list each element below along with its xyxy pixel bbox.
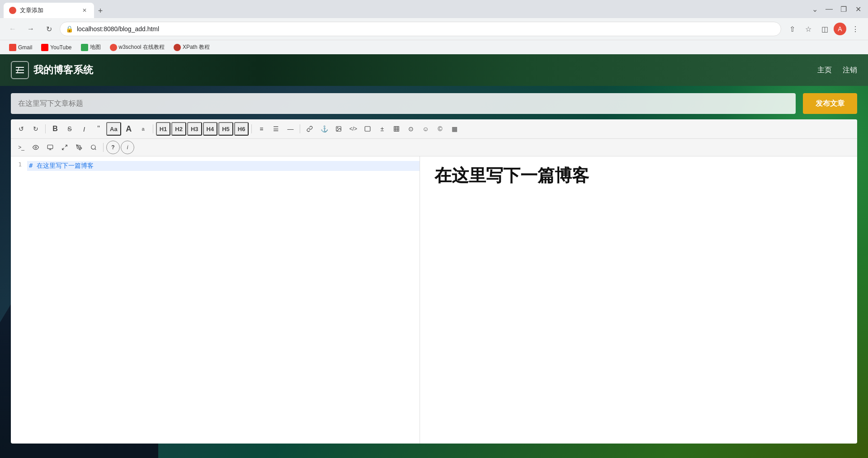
table-button[interactable] [390, 122, 403, 136]
line-number-1: 1 [11, 161, 27, 168]
app-nav: 主页 注销 [817, 66, 857, 75]
xpath-icon [174, 44, 181, 51]
terminal-button[interactable]: >_ [14, 141, 28, 154]
svg-rect-7 [394, 127, 399, 132]
font-size-small-button[interactable]: a [137, 122, 150, 136]
info-button[interactable]: i [121, 141, 134, 154]
app-logo: 我的博客系统 [11, 61, 93, 79]
help-button[interactable]: ? [106, 141, 120, 154]
address-bar[interactable]: 🔒 localhost:8080/blog_add.html [60, 22, 781, 36]
back-button[interactable]: ← [5, 22, 20, 36]
svg-rect-13 [47, 145, 53, 149]
hr-button[interactable]: — [283, 122, 297, 136]
markdown-preview: 在这里写下一篇博客 [420, 156, 858, 444]
window-controls: ⌄ — ❐ ✕ [808, 3, 864, 15]
image-button[interactable] [332, 122, 345, 136]
h6-button[interactable]: H6 [234, 122, 249, 136]
emoji-button[interactable]: ☺ [419, 122, 432, 136]
preview-toggle-button[interactable] [29, 141, 42, 154]
share-button[interactable]: ⇧ [785, 22, 799, 36]
toc-button[interactable]: ⊙ [404, 122, 418, 136]
tab-area: 文章添加 ✕ + [4, 0, 803, 18]
main-area: 发布文章 ↺ ↻ B S I " Aa A a H1 H [0, 86, 868, 458]
nav-bar: ← → ↻ 🔒 localhost:8080/blog_add.html ⇧ ☆… [0, 18, 868, 40]
fullscreen-button[interactable] [58, 141, 71, 154]
svg-line-16 [65, 145, 67, 147]
bookmark-gmail-label: Gmail [18, 44, 32, 51]
profile-button[interactable]: A [834, 23, 846, 35]
code-diff-button[interactable]: ± [375, 122, 389, 136]
link-button[interactable] [303, 122, 316, 136]
search-editor-button[interactable] [87, 141, 100, 154]
tab-close-button[interactable]: ✕ [80, 6, 89, 14]
preview-heading-1: 在这里写下一篇博客 [434, 165, 843, 186]
reload-button[interactable]: ↻ [42, 22, 56, 36]
blockquote-button[interactable]: " [92, 122, 105, 136]
markdown-editor[interactable]: 1 # 在这里写下一篇博客 [11, 156, 420, 444]
new-tab-button[interactable]: + [94, 5, 107, 17]
toolbar-separator-row2 [103, 143, 104, 152]
window-close-button[interactable]: ✕ [852, 3, 864, 15]
bookmark-xpath-label: XPath 教程 [183, 43, 210, 51]
toolbar-separator-4 [300, 124, 300, 133]
bookmark-youtube[interactable]: YouTube [38, 42, 75, 53]
ul-button[interactable]: ≡ [255, 122, 268, 136]
forward-button[interactable]: → [24, 22, 38, 36]
ol-button[interactable]: ☰ [269, 122, 283, 136]
font-size-normal-button[interactable]: Aa [106, 122, 121, 136]
svg-line-17 [62, 148, 64, 150]
menu-button[interactable]: ⋮ [848, 22, 863, 36]
line-content-1[interactable]: # 在这里写下一篇博客 [27, 161, 420, 171]
bookmark-gmail[interactable]: Gmail [5, 42, 36, 53]
undo-button[interactable]: ↺ [14, 122, 28, 136]
security-icon: 🔒 [66, 25, 73, 33]
editor-container: ↺ ↻ B S I " Aa A a H1 H2 H3 H4 H5 H6 [11, 119, 857, 444]
brush-button[interactable] [72, 141, 86, 154]
editor-split: 1 # 在这里写下一篇博客 在这里写下一篇博客 [11, 156, 857, 444]
split-screen-button[interactable]: ◫ [817, 22, 832, 36]
window-maximize-button[interactable]: ❐ [837, 3, 850, 15]
nav-home[interactable]: 主页 [817, 66, 832, 75]
anchor-button[interactable]: ⚓ [317, 122, 331, 136]
svg-line-20 [95, 149, 96, 150]
tab-title: 文章添加 [20, 6, 43, 14]
bold-button[interactable]: B [48, 122, 62, 136]
bookmark-button[interactable]: ☆ [801, 22, 816, 36]
page-content: 我的博客系统 主页 注销 发布文章 ↺ ↻ B S [0, 54, 868, 458]
logo-icon [11, 61, 29, 79]
h2-button[interactable]: H2 [171, 122, 186, 136]
strikethrough-button[interactable]: S [63, 122, 76, 136]
bookmark-maps[interactable]: 地图 [77, 42, 104, 53]
article-title-input[interactable] [11, 93, 796, 114]
publish-button[interactable]: 发布文章 [803, 93, 857, 114]
font-size-large-button[interactable]: A [122, 122, 136, 136]
editor-toolbar-row1: ↺ ↻ B S I " Aa A a H1 H2 H3 H4 H5 H6 [11, 119, 857, 139]
code-inline-button[interactable]: </> [346, 122, 360, 136]
h4-button[interactable]: H4 [203, 122, 218, 136]
active-tab[interactable]: 文章添加 ✕ [4, 3, 94, 18]
h5-button[interactable]: H5 [218, 122, 233, 136]
copyright-button[interactable]: © [433, 122, 447, 136]
toolbar-separator-1 [45, 124, 46, 133]
window-dropdown-button[interactable]: ⌄ [808, 3, 821, 15]
h1-button[interactable]: H1 [156, 122, 171, 136]
tab-favicon-icon [9, 7, 16, 14]
card-button[interactable]: ▦ [448, 122, 461, 136]
nav-logout[interactable]: 注销 [843, 66, 857, 75]
gmail-icon [9, 44, 16, 51]
nav-actions: ⇧ ☆ ◫ A ⋮ [785, 22, 863, 36]
code-block-button[interactable] [361, 122, 374, 136]
toolbar-separator-2 [153, 124, 153, 133]
bookmark-w3school[interactable]: w3school 在线教程 [106, 42, 168, 53]
window-minimize-button[interactable]: — [823, 3, 835, 15]
svg-point-18 [78, 146, 79, 147]
bookmark-youtube-label: YouTube [50, 44, 71, 51]
bookmark-w3school-label: w3school 在线教程 [119, 43, 165, 51]
w3school-icon [110, 44, 117, 51]
redo-button[interactable]: ↻ [29, 122, 42, 136]
h3-button[interactable]: H3 [187, 122, 202, 136]
italic-button[interactable]: I [77, 122, 91, 136]
bookmarks-bar: Gmail YouTube 地图 w3school 在线教程 XPath 教程 [0, 40, 868, 54]
bookmark-xpath[interactable]: XPath 教程 [170, 42, 213, 53]
desktop-view-button[interactable] [43, 141, 57, 154]
